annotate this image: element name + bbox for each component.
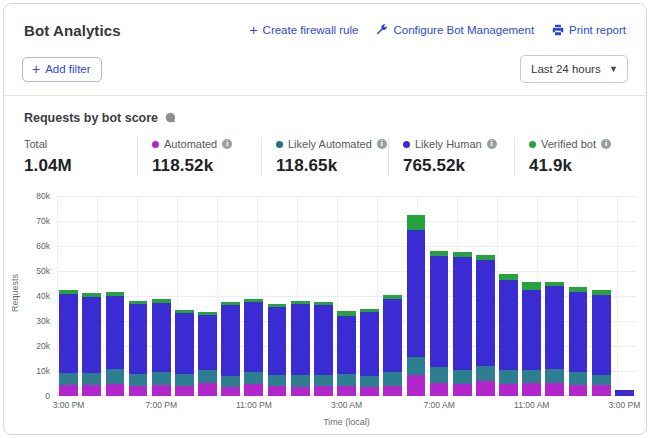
segment-likely-human xyxy=(522,290,541,370)
segment-likely-human xyxy=(106,296,125,369)
y-tick-label: 20k xyxy=(36,341,50,351)
likely-human-dot xyxy=(403,141,410,148)
x-axis-label: Time (local) xyxy=(4,417,646,427)
stacked-bar-700am[interactable] xyxy=(430,251,449,396)
bar-slot xyxy=(219,196,242,396)
segment-automated xyxy=(221,387,240,396)
bar-slot xyxy=(497,196,520,396)
segment-likely-automated xyxy=(221,376,240,387)
stacked-bar-400pm[interactable] xyxy=(82,293,101,396)
segment-likely-human xyxy=(268,307,287,375)
configure-bot-management-link[interactable]: Configure Bot Management xyxy=(376,24,534,36)
x-axis-ticks: 3:00 PM7:00 PM11:00 PM3:00 AM7:00 AM11:0… xyxy=(57,400,636,413)
stacked-bar-900pm[interactable] xyxy=(198,312,217,396)
segment-automated xyxy=(499,384,518,397)
stacked-bar-500pm[interactable] xyxy=(106,292,125,396)
print-report-link[interactable]: Print report xyxy=(552,24,626,36)
stacked-bar-200am[interactable] xyxy=(314,302,333,396)
stacked-bar-1100am[interactable] xyxy=(522,282,541,396)
y-tick-label: 10k xyxy=(36,366,50,376)
segment-automated xyxy=(82,385,101,396)
bar-slot xyxy=(451,196,474,396)
bar-slot xyxy=(150,196,173,396)
stacked-bar-300pm[interactable] xyxy=(615,390,634,396)
segment-likely-automated xyxy=(360,376,379,387)
stacked-bar-100pm[interactable] xyxy=(569,287,588,396)
stacked-bar-100am[interactable] xyxy=(291,301,310,396)
segment-verified-bot xyxy=(407,215,426,230)
stat-likely-automated: Likely Automated i 118.65k xyxy=(261,137,388,176)
segment-likely-human xyxy=(291,304,310,375)
time-range-select[interactable]: Last 24 hours ▼ xyxy=(520,55,628,83)
segment-automated xyxy=(430,383,449,396)
stacked-bar-700pm[interactable] xyxy=(152,299,171,396)
info-icon[interactable]: i xyxy=(487,139,497,149)
likely-automated-dot xyxy=(276,141,283,148)
stacked-bar-1200pm[interactable] xyxy=(545,282,564,396)
bar-slot xyxy=(126,196,149,396)
segment-likely-human xyxy=(152,303,171,372)
stat-total-label: Total xyxy=(24,138,47,150)
bar-slot xyxy=(196,196,219,396)
configure-bot-management-label: Configure Bot Management xyxy=(393,24,534,36)
bar-slot xyxy=(265,196,288,396)
info-icon[interactable]: i xyxy=(222,139,232,149)
segment-likely-human xyxy=(499,280,518,370)
segment-likely-automated xyxy=(545,369,564,383)
y-tick-label: 60k xyxy=(36,241,50,251)
stacked-bar-600pm[interactable] xyxy=(129,301,148,397)
stacked-bar-900am[interactable] xyxy=(476,255,495,396)
stacked-bar-300pm[interactable] xyxy=(59,290,78,396)
stacked-bar-1200am[interactable] xyxy=(268,304,287,397)
stacked-bar-1100pm[interactable] xyxy=(244,299,263,397)
segment-automated xyxy=(569,385,588,396)
segment-likely-automated xyxy=(476,366,495,381)
bar-slot xyxy=(312,196,335,396)
header: Bot Analytics + Create firewall rule Con… xyxy=(4,4,646,39)
section-title: Requests by bot score xyxy=(24,111,158,125)
segment-automated xyxy=(129,386,148,396)
stat-likely-human-value: 765.52k xyxy=(403,156,504,176)
stacked-bar-200pm[interactable] xyxy=(592,290,611,396)
segment-likely-automated xyxy=(430,367,449,383)
header-actions: + Create firewall rule Configure Bot Man… xyxy=(249,22,626,36)
y-tick-label: 40k xyxy=(36,291,50,301)
annotation-bubble-icon[interactable] xyxy=(165,109,176,127)
segment-likely-human xyxy=(59,294,78,374)
stacked-bar-800am[interactable] xyxy=(453,252,472,396)
info-icon[interactable]: i xyxy=(601,139,611,149)
bar-slot xyxy=(474,196,497,396)
segment-verified-bot xyxy=(522,282,541,290)
stacked-bar-800pm[interactable] xyxy=(175,310,194,396)
segment-likely-human xyxy=(569,292,588,372)
segment-automated xyxy=(291,387,310,396)
stacked-bar-300am[interactable] xyxy=(337,311,356,396)
create-firewall-rule-link[interactable]: + Create firewall rule xyxy=(249,24,358,36)
stacked-bar-500am[interactable] xyxy=(383,295,402,396)
y-axis-label: Requests xyxy=(10,258,20,328)
chart-plot-area: 010k20k30k40k50k60k70k80k xyxy=(57,196,636,396)
x-tick-label: 3:00 AM xyxy=(331,400,362,410)
segment-likely-human xyxy=(82,297,101,373)
stat-likely-human-label: Likely Human xyxy=(415,138,482,150)
segment-automated xyxy=(314,386,333,396)
segment-likely-automated xyxy=(407,357,426,375)
stacked-bar-1000am[interactable] xyxy=(499,274,518,397)
stat-automated-value: 118.52k xyxy=(152,156,251,176)
info-icon[interactable]: i xyxy=(377,139,387,149)
bar-slot xyxy=(335,196,358,396)
stacked-bar-600am[interactable] xyxy=(407,215,426,396)
add-filter-button[interactable]: + Add filter xyxy=(22,57,102,82)
segment-likely-automated xyxy=(82,373,101,385)
y-tick-label: 0 xyxy=(45,391,50,401)
segment-likely-human xyxy=(175,313,194,374)
segment-automated xyxy=(59,385,78,396)
segment-likely-automated xyxy=(175,374,194,387)
stacked-bar-400am[interactable] xyxy=(360,309,379,397)
verified-bot-dot xyxy=(529,141,536,148)
segment-likely-human xyxy=(545,286,564,369)
segment-likely-automated xyxy=(337,374,356,387)
stacked-bar-1000pm[interactable] xyxy=(221,302,240,396)
stat-likely-automated-label: Likely Automated xyxy=(288,138,372,150)
x-tick-label: 3:00 PM xyxy=(53,400,85,410)
